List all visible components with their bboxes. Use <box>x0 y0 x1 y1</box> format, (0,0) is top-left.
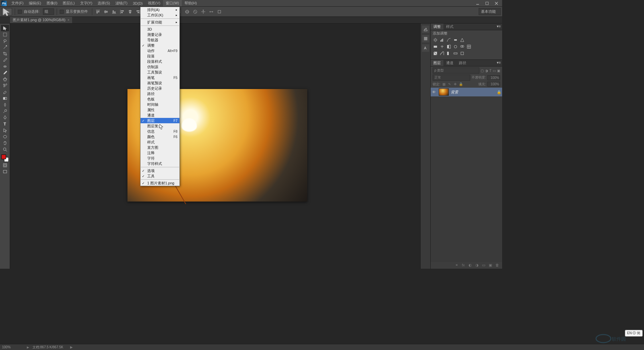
layer-row[interactable]: 👁 背景 🔒 <box>431 88 502 96</box>
threshold-icon[interactable] <box>446 51 451 56</box>
menu-item-[interactable]: ✓工具 <box>141 173 179 179</box>
filter-type-icon[interactable]: T <box>489 69 491 73</box>
filter-adjust-icon[interactable]: ◑ <box>485 69 488 73</box>
menu-file[interactable]: 文件(F) <box>9 0 26 6</box>
pen-tool[interactable] <box>1 114 9 121</box>
menu-item-[interactable]: 样式 <box>141 139 179 145</box>
3d-slide-icon[interactable] <box>208 9 214 15</box>
blend-mode-dropdown[interactable]: 正常 <box>433 75 470 81</box>
lasso-tool[interactable] <box>1 38 9 44</box>
tab-paths[interactable]: 路径 <box>456 60 469 66</box>
3d-orbit-icon[interactable] <box>184 9 190 15</box>
menu-item-[interactable]: 注释 <box>141 150 179 156</box>
3d-scale-icon[interactable] <box>216 9 222 15</box>
menu-item-[interactable]: 字符 <box>141 156 179 161</box>
color-collapsed-icon[interactable] <box>422 35 429 42</box>
menu-item-[interactable]: 工具预设 <box>141 70 179 75</box>
posterize-icon[interactable] <box>439 51 445 56</box>
menu-item-[interactable]: ✓调整 <box>141 43 179 48</box>
menu-item-3D[interactable]: 3D <box>141 27 179 32</box>
menu-item-[interactable]: 画笔F5 <box>141 75 179 80</box>
new-group-icon[interactable]: ▭ <box>482 263 487 268</box>
hand-tool[interactable] <box>1 140 9 146</box>
menu-window[interactable]: 窗口(W) <box>163 0 182 6</box>
hue-icon[interactable] <box>433 44 438 49</box>
lookup-icon[interactable] <box>466 44 472 49</box>
curves-icon[interactable] <box>446 37 451 43</box>
character-collapsed-icon[interactable]: A <box>422 44 429 52</box>
3d-pan-icon[interactable] <box>200 9 206 15</box>
lock-transparent-icon[interactable]: ▦ <box>442 82 446 86</box>
layer-mask-icon[interactable]: ◐ <box>469 263 473 268</box>
gradient-tool[interactable] <box>1 95 9 101</box>
blur-tool[interactable] <box>1 101 9 108</box>
brush-tool[interactable] <box>1 70 9 76</box>
layer-fx-icon[interactable]: fx <box>462 263 467 268</box>
foreground-color[interactable] <box>1 155 6 159</box>
levels-icon[interactable] <box>439 37 445 43</box>
filter-pixel-icon[interactable]: ▢ <box>481 69 484 73</box>
history-brush-tool[interactable] <box>1 82 9 89</box>
menu-3d[interactable]: 3D(D) <box>130 1 145 6</box>
align-hcenter-icon[interactable] <box>127 9 133 15</box>
menu-item-K[interactable]: 工作区(K) <box>141 12 179 18</box>
exposure-icon[interactable] <box>453 37 458 43</box>
layer-thumbnail[interactable] <box>439 88 449 96</box>
auto-select-checkbox[interactable] <box>18 10 22 14</box>
filter-shape-icon[interactable]: ▭ <box>493 69 496 73</box>
delete-layer-icon[interactable]: 🗑 <box>495 263 500 268</box>
menu-edit[interactable]: 编辑(E) <box>26 0 44 6</box>
menu-layer[interactable]: 图层(L) <box>60 0 77 6</box>
menu-item-[interactable]: 时间轴 <box>141 102 179 107</box>
panel-menu-icon[interactable]: ▾≡ <box>495 24 502 30</box>
menu-item-[interactable]: 画笔预设 <box>141 80 179 86</box>
dodge-tool[interactable] <box>1 108 9 114</box>
auto-select-dropdown[interactable]: 组 <box>43 8 54 15</box>
menu-item-[interactable]: 色板 <box>141 96 179 102</box>
lock-all-icon[interactable]: 🔒 <box>459 82 463 86</box>
show-transform-checkbox[interactable] <box>60 10 64 14</box>
path-selection-tool[interactable] <box>1 127 9 133</box>
menu-item-11png[interactable]: ✓1 图片素材1.png <box>141 180 179 186</box>
marquee-tool[interactable] <box>1 31 9 38</box>
current-tool-indicator[interactable] <box>1 8 12 15</box>
channel-mixer-icon[interactable] <box>460 44 465 49</box>
histogram-collapsed-icon[interactable] <box>422 26 429 33</box>
menu-item-[interactable]: 信息F8 <box>141 129 179 134</box>
tab-layers[interactable]: 图层 <box>431 60 443 66</box>
bw-icon[interactable] <box>446 44 451 49</box>
tab-styles[interactable]: 样式 <box>443 24 456 30</box>
menu-item-A[interactable]: 排列(A) <box>141 7 179 12</box>
brightness-icon[interactable] <box>433 37 438 43</box>
menu-item-[interactable]: 仿制源 <box>141 64 179 70</box>
align-left-icon[interactable] <box>119 9 125 15</box>
zoom-tool[interactable] <box>1 146 9 152</box>
lock-position-icon[interactable]: ✥ <box>453 82 458 86</box>
tab-channels[interactable]: 通道 <box>443 60 456 66</box>
menu-item-[interactable]: 扩展功能 <box>141 19 179 25</box>
link-layers-icon[interactable]: ⚭ <box>455 263 460 268</box>
crop-tool[interactable] <box>1 50 9 57</box>
menu-item-[interactable]: 历史记录 <box>141 86 179 91</box>
clone-stamp-tool[interactable] <box>1 76 9 82</box>
type-tool[interactable]: T <box>1 121 9 127</box>
visibility-eye-icon[interactable]: 👁 <box>432 90 437 94</box>
healing-brush-tool[interactable] <box>1 63 9 70</box>
window-close-button[interactable] <box>492 1 501 6</box>
menu-item-[interactable]: 直方图 <box>141 145 179 150</box>
menu-item-[interactable]: ✓选项 <box>141 168 179 173</box>
fill-field[interactable]: 100% <box>487 82 500 87</box>
color-swatches[interactable] <box>1 155 9 162</box>
screenmode-tool[interactable] <box>1 168 9 175</box>
align-bottom-icon[interactable] <box>111 9 117 15</box>
tab-adjustments[interactable]: 调整 <box>431 24 443 30</box>
menu-image[interactable]: 图像(I) <box>44 0 60 6</box>
align-vcenter-icon[interactable] <box>103 9 109 15</box>
align-top-icon[interactable] <box>95 9 101 15</box>
vibrance-icon[interactable] <box>460 37 465 43</box>
lock-paint-icon[interactable]: ✎ <box>447 82 452 86</box>
document-tab[interactable]: 图片素材1.png @ 100%(RGB/8) × <box>10 17 72 23</box>
eraser-tool[interactable] <box>1 89 9 95</box>
menu-item-[interactable]: 图层复合 <box>141 123 179 129</box>
photo-filter-icon[interactable] <box>453 44 458 49</box>
